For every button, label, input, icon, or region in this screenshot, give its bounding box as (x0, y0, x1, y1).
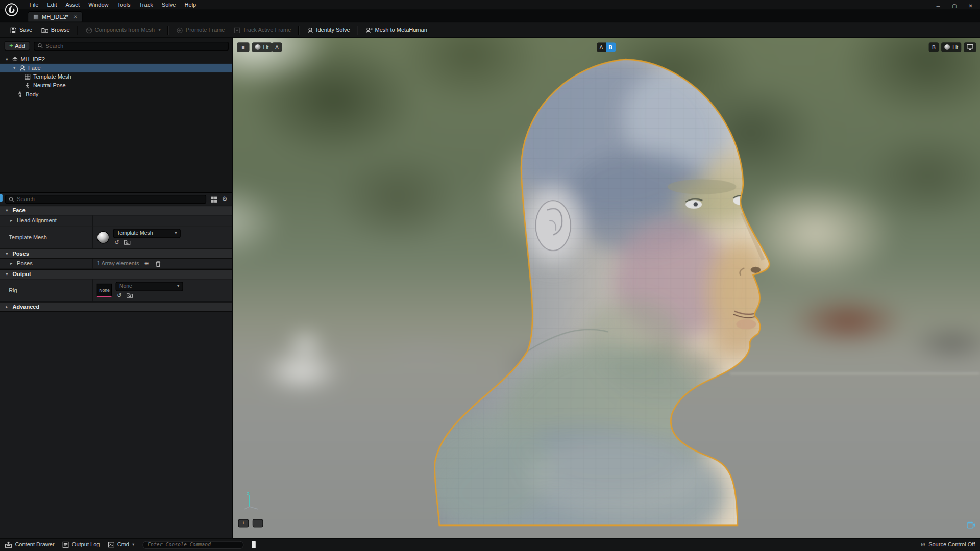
viewport-menu-button[interactable]: ≡ (237, 42, 249, 52)
browse-to-asset-icon[interactable] (124, 239, 130, 245)
tree-item-body[interactable]: Body (0, 90, 232, 98)
search-icon (37, 43, 43, 48)
components-icon (85, 27, 92, 33)
output-log-icon (62, 542, 68, 548)
template-mesh-label: Template Mesh (9, 234, 47, 240)
chevron-down-icon: ▾ (175, 231, 177, 236)
save-button[interactable]: Save (6, 24, 37, 36)
zoom-out-button[interactable]: − (253, 519, 263, 528)
section-advanced[interactable]: ▸ Advanced (0, 302, 232, 312)
tri-down-icon: ▾ (5, 208, 10, 213)
tri-right-icon[interactable]: ▸ (9, 261, 14, 266)
tree-item-label: Neutral Pose (33, 83, 66, 89)
body-icon (17, 91, 23, 97)
menu-tools[interactable]: Tools (113, 0, 135, 9)
browse-to-asset-icon[interactable] (126, 292, 133, 298)
track-active-frame-button[interactable]: Track Active Frame (229, 24, 296, 36)
face-icon (19, 65, 26, 71)
view-mode-lit-left[interactable]: Lit (252, 42, 272, 52)
menu-window[interactable]: Window (84, 0, 113, 9)
main-toolbar: Save Browse Components from Mesh ▾ Promo… (0, 22, 980, 38)
mesh-to-metahuman-button[interactable]: Mesh to MetaHuman (361, 24, 432, 36)
menu-solve[interactable]: Solve (157, 0, 180, 9)
menu-asset[interactable]: Asset (61, 0, 84, 9)
section-poses[interactable]: ▾ Poses (0, 248, 232, 259)
zoom-in-button[interactable]: + (238, 519, 249, 528)
viewport-3d[interactable]: ≡ Lit A A B B Lit z + (233, 38, 980, 538)
window-controls: ─ ▢ ✕ (930, 0, 979, 11)
cmd-selector[interactable]: Cmd ▾ (108, 542, 134, 548)
source-control-label[interactable]: Source Control Off (928, 542, 975, 548)
identity-solve-button[interactable]: Identity Solve (302, 24, 354, 36)
menu-file[interactable]: File (25, 0, 43, 9)
head-mesh[interactable] (233, 38, 980, 538)
section-advanced-label: Advanced (12, 304, 39, 310)
section-face[interactable]: ▾ Face (0, 206, 232, 216)
tab-label: MH_IDE2* (42, 14, 68, 20)
close-button[interactable]: ✕ (963, 0, 979, 11)
tree-item-root[interactable]: ▾ MH_IDE2 (0, 55, 232, 64)
save-icon (10, 27, 17, 33)
details-search-input[interactable] (17, 196, 203, 202)
minimize-button[interactable]: ─ (930, 0, 946, 11)
row-head-alignment[interactable]: ▸ Head Alignment (0, 215, 232, 226)
metahuman-icon (365, 27, 372, 33)
menu-bar: File Edit Asset Window Tools Track Solve… (0, 0, 980, 9)
add-array-element-icon[interactable]: ⊕ (143, 260, 151, 267)
chevron-down-icon: ▾ (132, 542, 134, 547)
rig-dropdown[interactable]: None ▾ (116, 282, 183, 291)
output-log-button[interactable]: Output Log (62, 542, 100, 548)
mesh-to-metahuman-label: Mesh to MetaHuman (375, 27, 427, 33)
use-selected-asset-icon[interactable]: ↺ (113, 239, 121, 245)
plus-icon: + (9, 43, 13, 49)
trash-icon[interactable] (154, 260, 162, 267)
outliner-search-input[interactable] (45, 43, 225, 49)
settings-gear-icon[interactable]: ⚙ (222, 196, 228, 202)
section-output[interactable]: ▾ Output (0, 269, 232, 280)
components-from-mesh-button[interactable]: Components from Mesh ▾ (81, 24, 165, 36)
unreal-logo[interactable] (5, 3, 19, 17)
lit-label: Lit (263, 44, 269, 50)
pose-icon (24, 83, 31, 89)
expander-icon[interactable]: ▾ (12, 66, 17, 71)
menu-track[interactable]: Track (135, 0, 157, 9)
identity-asset-icon (12, 56, 18, 62)
browse-button[interactable]: Browse (37, 24, 74, 36)
section-face-label: Face (12, 208, 25, 214)
use-selected-asset-icon[interactable]: ↺ (116, 292, 124, 298)
view-mode-lit-right[interactable]: Lit (941, 42, 961, 52)
tree-item-neutral-pose[interactable]: Neutral Pose (0, 81, 232, 90)
splitter-handle[interactable] (252, 541, 256, 548)
details-search-row: ⚙ (0, 193, 232, 205)
menu-edit[interactable]: Edit (43, 0, 61, 9)
unreal-editor-window: File Edit Asset Window Tools Track Solve… (0, 0, 980, 551)
add-button[interactable]: + Add (5, 41, 30, 51)
menu-help[interactable]: Help (180, 0, 201, 9)
rig-thumbnail[interactable]: None (97, 283, 112, 297)
chevron-down-icon: ▾ (159, 28, 161, 33)
camera-b-button[interactable]: B (929, 42, 939, 52)
maximize-button[interactable]: ▢ (946, 0, 963, 11)
toggle-a-button[interactable]: A (597, 42, 606, 52)
content-drawer-button[interactable]: Content Drawer (5, 542, 55, 548)
template-mesh-dropdown[interactable]: Template Mesh ▾ (113, 229, 181, 238)
camera-view-icon[interactable] (967, 521, 975, 528)
promote-frame-button[interactable]: Promote Frame (172, 24, 229, 36)
viewport-zoom-controls: + − (238, 519, 263, 528)
toolbar-separator (299, 26, 299, 35)
tree-item-template-mesh[interactable]: Template Mesh (0, 72, 232, 81)
console-command-input[interactable] (148, 542, 239, 547)
expander-icon[interactable]: ▾ (5, 57, 10, 62)
display-filter-icon[interactable] (211, 196, 217, 203)
tree-item-label: MH_IDE2 (20, 56, 45, 62)
identity-tree: ▾ MH_IDE2 ▾ Face Template Mesh Neutral P… (0, 55, 232, 99)
template-mesh-thumbnail[interactable] (97, 231, 109, 243)
tri-right-icon[interactable]: ▸ (9, 218, 14, 223)
left-panel: + Add ▾ MH_IDE2 ▾ Face Template Mesh (0, 38, 233, 538)
tab-close-icon[interactable]: ✕ (74, 14, 77, 19)
toggle-b-button[interactable]: B (606, 42, 615, 52)
tab-mh-ide2[interactable]: MH_IDE2* ✕ (28, 11, 83, 22)
tree-item-face[interactable]: ▾ Face (0, 64, 232, 72)
viewport-display-button[interactable] (964, 42, 976, 52)
camera-a-button[interactable]: A (272, 42, 282, 52)
